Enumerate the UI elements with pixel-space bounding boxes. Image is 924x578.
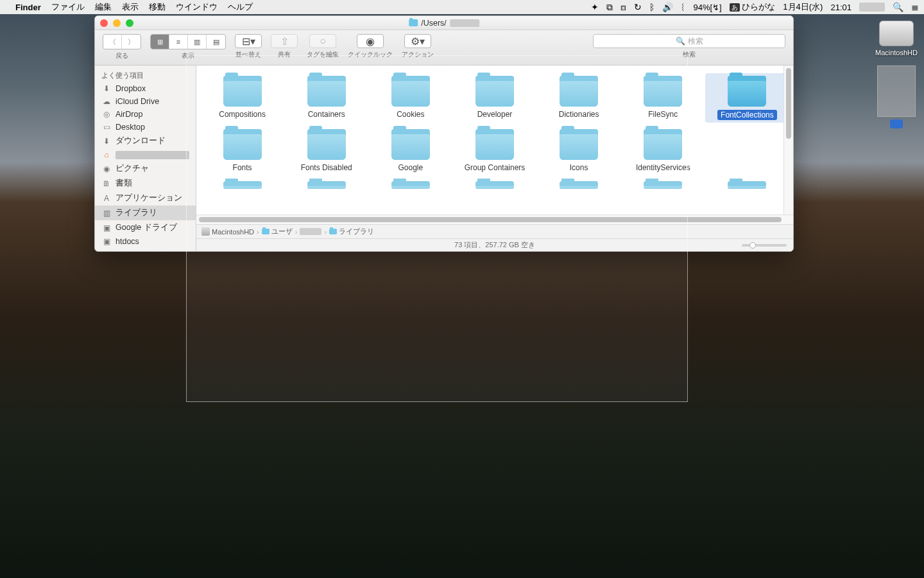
- sidebar-item-home[interactable]: ⌂: [95, 148, 196, 161]
- wifi-icon[interactable]: ⧙: [681, 2, 685, 12]
- search-input[interactable]: 🔍 検索: [593, 34, 785, 48]
- window-close-button[interactable]: [100, 19, 108, 27]
- sidebar-item-ダウンロード[interactable]: ⬇ダウンロード: [95, 134, 196, 148]
- path-crumb-library[interactable]: ライブラリ: [329, 227, 374, 236]
- list-view-button[interactable]: ≡: [169, 35, 188, 49]
- path-crumb-user[interactable]: [300, 228, 321, 235]
- folder-partial[interactable]: [621, 179, 705, 191]
- displays-icon[interactable]: ⧉: [606, 2, 613, 13]
- path-crumb-disk[interactable]: MacintoshHD: [201, 227, 254, 236]
- sidebar-item-airdrop[interactable]: ◎AirDrop: [95, 108, 196, 121]
- desktop-disk[interactable]: MacintoshHD: [875, 21, 918, 57]
- arrange-button[interactable]: ⊟▾: [235, 34, 262, 48]
- sidebar-item-label: 書類: [116, 178, 132, 189]
- sidebar-item-google-ドライブ[interactable]: ▣Google ドライブ: [95, 220, 196, 235]
- folder-partial[interactable]: [200, 179, 284, 191]
- folder-icon: [307, 129, 346, 160]
- folder-identityservices[interactable]: IdentityServices: [621, 127, 705, 175]
- view-switcher: ⊞ ≡ ▥ ▤: [150, 34, 226, 49]
- horizontal-scrollbar[interactable]: [196, 215, 793, 224]
- menu-edit[interactable]: 編集: [95, 1, 112, 13]
- coverflow-view-button[interactable]: ▤: [207, 35, 225, 49]
- folder-filesync[interactable]: FileSync: [621, 73, 705, 123]
- folder-fontcollections[interactable]: FontCollections: [705, 73, 789, 123]
- folder-partial[interactable]: [368, 179, 452, 191]
- folder-containers[interactable]: Containers: [284, 73, 368, 123]
- window-minimize-button[interactable]: [113, 19, 121, 27]
- menu-window[interactable]: ウインドウ: [176, 1, 218, 13]
- titlebar[interactable]: /Users/xxxx: [95, 16, 793, 30]
- sidebar-item-label: ダウンロード: [116, 136, 166, 146]
- folder-label: Cookies: [397, 110, 424, 119]
- ime-status[interactable]: あ ひらがな: [730, 1, 776, 13]
- sidebar-item-ライブラリ[interactable]: ▥ライブラリ: [95, 206, 196, 220]
- folder-partial[interactable]: [705, 179, 789, 191]
- spotlight-icon[interactable]: 🔍: [893, 2, 903, 12]
- sidebar-item-書類[interactable]: 🗎書類: [95, 176, 196, 191]
- volume-icon[interactable]: 🔊: [662, 2, 673, 12]
- folder-icon: [391, 181, 430, 189]
- folder-icon: [728, 76, 766, 107]
- scroll-thumb[interactable]: [786, 68, 791, 139]
- folder-label: FontCollections: [717, 110, 777, 120]
- sidebar-item-icon: ◎: [101, 110, 112, 119]
- sidebar-item-ピクチャ[interactable]: ◉ピクチャ: [95, 161, 196, 176]
- finder-window: /Users/xxxx 〈 〉 戻る ⊞ ≡ ▥ ▤ 表示 ⊟▾ 並べ替え ⇧ …: [94, 15, 794, 252]
- avast-icon[interactable]: ✦: [591, 2, 599, 12]
- folder-developer[interactable]: Developer: [452, 73, 536, 123]
- sidebar-item-アプリケーション[interactable]: Aアプリケーション: [95, 191, 196, 206]
- folder-label: Containers: [308, 110, 345, 119]
- forward-button[interactable]: 〉: [122, 35, 141, 49]
- folder-google[interactable]: Google: [368, 127, 452, 175]
- sidebar-item-desktop[interactable]: ▭Desktop: [95, 121, 196, 134]
- sidebar-item-htdocs[interactable]: ▣htdocs: [95, 235, 196, 248]
- folder-partial[interactable]: [452, 179, 536, 191]
- path-crumb-users[interactable]: ユーザ: [262, 227, 293, 236]
- folder-cookies[interactable]: Cookies: [368, 73, 452, 123]
- icon-size-slider[interactable]: [742, 244, 787, 247]
- battery-status[interactable]: 94%[↯]: [693, 3, 721, 12]
- sidebar-item-label: AirDrop: [116, 110, 142, 119]
- menu-file[interactable]: ファイル: [51, 1, 85, 13]
- tags-button[interactable]: ○: [309, 34, 336, 48]
- column-view-button[interactable]: ▥: [188, 35, 207, 49]
- disk-icon: [201, 227, 210, 236]
- back-button[interactable]: 〈: [103, 35, 122, 49]
- path-bar: MacintoshHD › ユーザ › › ライブラリ: [196, 224, 793, 238]
- title-folder-icon: [409, 19, 418, 26]
- folder-partial[interactable]: [537, 179, 621, 191]
- sidebar-item-icloud-drive[interactable]: ☁iCloud Drive: [95, 95, 196, 108]
- timemachine-icon[interactable]: ↻: [634, 2, 642, 12]
- folder-compositions[interactable]: Compositions: [200, 73, 284, 123]
- notification-center-icon[interactable]: ≣: [911, 2, 919, 12]
- vertical-scrollbar[interactable]: [783, 66, 793, 215]
- app-name[interactable]: Finder: [15, 3, 41, 12]
- menubar-time[interactable]: 21:01: [830, 3, 851, 12]
- folder-icons[interactable]: Icons: [537, 127, 621, 175]
- dropbox-icon[interactable]: ⧈: [620, 2, 626, 13]
- action-button[interactable]: ⚙▾: [404, 34, 431, 48]
- sidebar-item-dropbox[interactable]: ⬇Dropbox: [95, 82, 196, 95]
- icon-view[interactable]: CompositionsContainersCookiesDeveloperDi…: [196, 66, 793, 215]
- menubar-date[interactable]: 1月4日(水): [783, 1, 823, 13]
- quicklook-button[interactable]: ◉: [357, 34, 384, 48]
- nav-buttons: 〈 〉: [103, 34, 141, 49]
- icon-view-button[interactable]: ⊞: [151, 35, 169, 49]
- folder-fonts[interactable]: Fonts: [200, 127, 284, 175]
- user-menu[interactable]: [859, 3, 885, 12]
- search-icon: 🔍: [676, 37, 685, 46]
- menu-go[interactable]: 移動: [149, 1, 166, 13]
- menu-view[interactable]: 表示: [122, 1, 139, 13]
- folder-fonts-disabled[interactable]: Fonts Disabled: [284, 127, 368, 175]
- share-button[interactable]: ⇧: [271, 34, 298, 48]
- bluetooth-icon[interactable]: ᛒ: [649, 2, 654, 12]
- folder-dictionaries[interactable]: Dictionaries: [537, 73, 621, 123]
- desktop-item-selected[interactable]: [877, 66, 916, 128]
- folder-group-containers[interactable]: Group Containers: [452, 127, 536, 175]
- menu-help[interactable]: ヘルプ: [228, 1, 253, 13]
- folder-icon: [560, 76, 598, 107]
- folder-label: Group Containers: [465, 163, 526, 172]
- window-title: /Users/xxxx: [409, 19, 479, 28]
- window-zoom-button[interactable]: [126, 19, 133, 27]
- folder-partial[interactable]: [284, 179, 368, 191]
